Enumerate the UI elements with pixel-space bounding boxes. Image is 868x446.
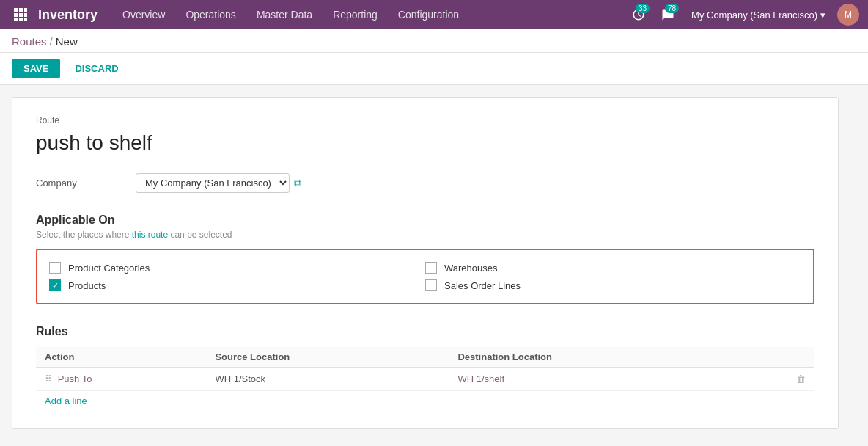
products-row: ✓ Products [49,277,425,294]
message-badge-count: 78 [665,4,679,13]
col-source: Source Location [206,347,449,368]
route-name-input[interactable] [36,128,503,158]
warehouses-row: Warehouses [425,259,801,277]
route-label: Route [36,115,814,125]
svg-rect-1 [19,8,23,12]
action-link[interactable]: Push To [58,373,92,384]
svg-rect-5 [24,13,27,17]
products-label: Products [68,280,106,291]
breadcrumb-parent[interactable]: Routes [12,35,47,48]
row-delete: 🗑 [743,368,814,391]
avatar[interactable]: M [837,4,859,26]
sales-order-lines-row: Sales Order Lines [425,277,801,294]
breadcrumb-separator: / [50,35,53,48]
applicable-on-title: Applicable On [36,213,814,227]
grid-menu-icon[interactable] [9,3,32,26]
delete-row-icon[interactable]: 🗑 [796,373,806,384]
left-checks: Product Categories ✓ Products [49,259,425,294]
company-select-wrap: My Company (San Francisco) ⧉ [136,173,301,193]
add-line-link[interactable]: Add a line [36,391,96,411]
svg-rect-2 [24,8,27,12]
nav-operations[interactable]: Operations [175,0,246,29]
form-card: Route Company My Company (San Francisco)… [12,97,839,429]
svg-rect-4 [19,13,23,17]
drag-handle-icon[interactable]: ⠿ [45,373,52,384]
applicable-on-link[interactable]: this route [132,230,168,240]
top-nav: Overview Operations Master Data Reportin… [112,0,627,29]
col-action: Action [36,347,206,368]
save-button[interactable]: SAVE [12,59,60,78]
destination-link[interactable]: WH 1/shelf [457,373,504,384]
rules-title: Rules [36,325,814,338]
svg-rect-0 [14,8,18,12]
breadcrumb: Routes / New [12,35,856,52]
nav-overview[interactable]: Overview [112,0,175,29]
message-badge-icon[interactable]: 78 [656,3,680,26]
company-field-row: Company My Company (San Francisco) ⧉ [36,173,814,193]
company-label: Company [36,178,124,189]
product-categories-row: Product Categories [49,259,425,277]
svg-rect-7 [19,18,23,21]
app-title: Inventory [38,7,98,23]
discard-button[interactable]: DISCARD [66,59,127,78]
nav-configuration[interactable]: Configuration [388,0,469,29]
row-destination: WH 1/shelf [449,368,743,391]
warehouses-label: Warehouses [444,263,498,274]
clock-badge-icon[interactable]: 33 [627,3,650,26]
company-name: My Company (San Francisco) [691,10,817,21]
breadcrumb-current: New [56,35,78,48]
table-row: ⠿ Push To WH 1/Stock WH 1/shelf 🗑 [36,368,814,391]
col-destination: Destination Location [449,347,743,368]
route-field: Route [36,115,814,158]
nav-reporting[interactable]: Reporting [323,0,388,29]
external-link-icon[interactable]: ⧉ [294,177,301,189]
company-select[interactable]: My Company (San Francisco) [136,173,290,193]
right-checks: Warehouses Sales Order Lines [425,259,801,294]
topbar-right: 33 78 My Company (San Francisco) ▾ M [627,3,859,26]
nav-master-data[interactable]: Master Data [246,0,323,29]
company-selector[interactable]: My Company (San Francisco) ▾ [685,10,831,21]
svg-rect-6 [14,18,18,21]
warehouses-checkbox[interactable] [425,262,437,274]
product-categories-checkbox[interactable] [49,262,61,274]
rules-section: Rules Action Source Location Destination… [36,325,814,411]
row-action: ⠿ Push To [36,368,206,391]
products-checkbox[interactable]: ✓ [49,279,61,291]
clock-badge-count: 33 [636,4,650,13]
breadcrumb-bar: Routes / New [0,29,868,53]
applicable-on-box: Product Categories ✓ Products Warehouses… [36,249,814,304]
svg-rect-8 [24,18,27,21]
chevron-down-icon: ▾ [820,10,825,21]
action-bar: SAVE DISCARD [0,53,868,85]
main-content: Route Company My Company (San Francisco)… [0,85,868,441]
sales-order-lines-label: Sales Order Lines [444,280,521,291]
col-actions [743,347,814,368]
topbar: Inventory Overview Operations Master Dat… [0,0,868,29]
rules-table: Action Source Location Destination Locat… [36,347,814,391]
applicable-on-subtitle: Select the places where this route can b… [36,230,814,240]
svg-rect-3 [14,13,18,17]
sales-order-lines-checkbox[interactable] [425,279,437,291]
row-source: WH 1/Stock [206,368,449,391]
product-categories-label: Product Categories [68,263,150,274]
